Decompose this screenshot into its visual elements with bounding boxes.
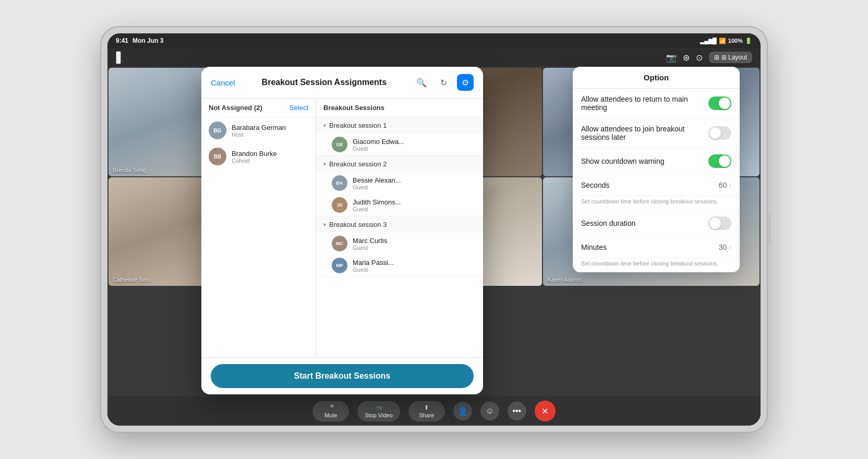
info-icon: ⊙ <box>696 53 703 63</box>
end-call-icon: ✕ <box>541 406 548 416</box>
avatar-judith: JS <box>332 197 347 213</box>
option-label-duration: Session duration <box>581 219 708 227</box>
chevron-seconds-icon: › <box>729 181 731 189</box>
option-join-later: Allow attendees to join breakout session… <box>573 118 740 148</box>
bottom-toolbar: 🎤 Mute 📹 Stop Video ⬆ Share 👤 ☺ <box>107 396 761 426</box>
status-left: 9:41 Mon Jun 3 <box>116 37 163 44</box>
layout-icon: ⊞ <box>714 54 719 61</box>
participants-button[interactable]: 👤 <box>453 402 472 420</box>
option-value-minutes: 30 <box>719 243 727 251</box>
option-minutes[interactable]: Minutes 30 › <box>573 237 740 258</box>
option-session-duration: Session duration <box>573 210 740 237</box>
name-maria: Maria Passi... <box>353 259 476 267</box>
gear-icon: ⚙ <box>462 78 469 88</box>
mute-button[interactable]: 🎤 Mute <box>312 401 349 421</box>
more-button[interactable]: ••• <box>508 402 526 420</box>
info-maria: Maria Passi... Guest <box>353 259 476 273</box>
modal-body: Not Assigned (2) Select BG Barabara Germ… <box>201 99 483 357</box>
select-button[interactable]: Select <box>290 104 308 112</box>
tile-label-4: Catherine Sinu <box>113 276 151 283</box>
refresh-icon: ↻ <box>440 78 447 88</box>
participant-item-brandon: BB Brandon Burke Cohost <box>201 143 316 170</box>
toggle-knob-1 <box>719 98 730 109</box>
chevron-icon-3: ▾ <box>323 222 326 227</box>
option-value-seconds: 60 <box>719 181 727 189</box>
layout-label: ⊞ Layout <box>721 54 747 61</box>
option-label-seconds: Seconds <box>581 181 719 189</box>
options-popup: Option Allow attendees to return to main… <box>573 67 740 272</box>
share-button[interactable]: ⬆ Share <box>408 401 445 421</box>
session-header-2[interactable]: ▾ Breakout session 2 <box>316 156 483 172</box>
breakout-sessions-panel: Breakout Sessions ▾ Breakout session 1 <box>316 99 483 357</box>
options-title: Option <box>573 67 740 89</box>
participant-name-barabara: Barabara German <box>232 124 308 131</box>
avatar-giacomo: GE <box>332 137 347 152</box>
side-button <box>768 214 771 245</box>
role-marc: Guest <box>353 245 476 251</box>
toggle-countdown[interactable] <box>708 154 731 168</box>
option-seconds[interactable]: Seconds 60 › <box>573 175 740 196</box>
role-maria: Guest <box>353 267 476 273</box>
back-button[interactable]: ‹ <box>116 51 121 64</box>
battery-icon: 🔋 <box>745 38 752 44</box>
session-name-1: Breakout session 1 <box>329 122 387 129</box>
participant-info-brandon: Brandon Burke Cohost <box>232 150 308 164</box>
session-participant-marc: MC Marc Curtis Guest <box>316 233 483 255</box>
session-participant-bessie: BA Bessie Alexan... Guest <box>316 172 483 194</box>
avatar-brandon: BB <box>209 148 226 165</box>
top-bar: ‹ 📷 ⊛ ⊙ ⊞ ⊞ Layout <box>107 48 761 67</box>
session-header-1[interactable]: ▾ Breakout session 1 <box>316 117 483 134</box>
ipad-screen-container: 9:41 Mon Jun 3 ▂▄▆█ 📶 100% 🔋 ‹ 📷 ⊛ ⊙ <box>107 33 761 426</box>
option-countdown: Show countdown warning <box>573 148 740 175</box>
session-group-1: ▾ Breakout session 1 GE Giacomo Edwa... <box>316 117 483 156</box>
date-display: Mon Jun 3 <box>132 37 163 44</box>
toggle-join-later[interactable] <box>708 126 731 140</box>
end-call-button[interactable]: ✕ <box>535 401 556 421</box>
toggle-knob-3 <box>719 155 730 167</box>
tile-label-1: Brenda Song <box>113 167 146 173</box>
participants-icon: 👤 <box>457 406 468 416</box>
status-bar: 9:41 Mon Jun 3 ▂▄▆█ 📶 100% 🔋 <box>107 33 761 48</box>
avatar-maria: MP <box>332 258 347 273</box>
name-marc: Marc Curtis <box>353 237 476 245</box>
option-label-join: Allow attendees to join breakout session… <box>581 125 708 141</box>
share-label: Share <box>419 412 434 418</box>
info-bessie: Bessie Alexan... Guest <box>353 176 476 190</box>
participant-info-barabara: Barabara German Host <box>232 124 308 138</box>
toggle-knob-4 <box>709 218 721 229</box>
stop-video-button[interactable]: 📹 Stop Video <box>357 401 400 421</box>
participant-item-barabara: BG Barabara German Host <box>201 117 316 143</box>
toggle-knob-2 <box>709 127 721 139</box>
name-giacomo: Giacomo Edwa... <box>353 138 476 146</box>
start-breakout-button[interactable]: Start Breakout Sessions <box>211 364 474 388</box>
cancel-button[interactable]: Cancel <box>211 78 235 87</box>
battery-display: 100% <box>728 38 743 44</box>
signal-icon: ▂▄▆█ <box>700 38 717 44</box>
not-assigned-header: Not Assigned (2) Select <box>201 99 316 117</box>
screen: 9:41 Mon Jun 3 ▂▄▆█ 📶 100% 🔋 ‹ 📷 ⊛ ⊙ <box>107 33 761 426</box>
option-subtext-minutes: Set countdown time before closing breako… <box>573 258 740 272</box>
option-return-to-main: Allow attendees to return to main meetin… <box>573 89 740 118</box>
info-judith: Judith Simons... Guest <box>353 198 476 212</box>
wifi-icon: 📶 <box>719 38 726 44</box>
modal-header: Cancel Breakout Session Assignments 🔍 ↻ … <box>201 67 483 99</box>
more-icon: ••• <box>512 406 521 416</box>
camera-video-icon: 📹 <box>375 404 382 411</box>
chevron-minutes-icon: › <box>729 243 731 251</box>
reactions-icon: ☺ <box>486 406 494 416</box>
refresh-button[interactable]: ↻ <box>435 74 452 91</box>
toggle-duration[interactable] <box>708 216 731 230</box>
name-bessie: Bessie Alexan... <box>353 176 476 184</box>
session-participant-maria: MP Maria Passi... Guest <box>316 255 483 276</box>
layout-button[interactable]: ⊞ ⊞ Layout <box>709 52 752 63</box>
toggle-return-main[interactable] <box>708 96 731 110</box>
role-bessie: Guest <box>353 184 476 190</box>
search-button[interactable]: 🔍 <box>413 74 430 91</box>
session-header-3[interactable]: ▾ Breakout session 3 <box>316 216 483 233</box>
avatar-bessie: BA <box>332 175 347 191</box>
settings-button[interactable]: ⚙ <box>457 74 474 91</box>
reactions-button[interactable]: ☺ <box>480 402 499 420</box>
modal-footer: Start Breakout Sessions <box>201 357 483 394</box>
session-participant-judith: JS Judith Simons... Guest <box>316 194 483 216</box>
mute-label: Mute <box>324 412 337 418</box>
